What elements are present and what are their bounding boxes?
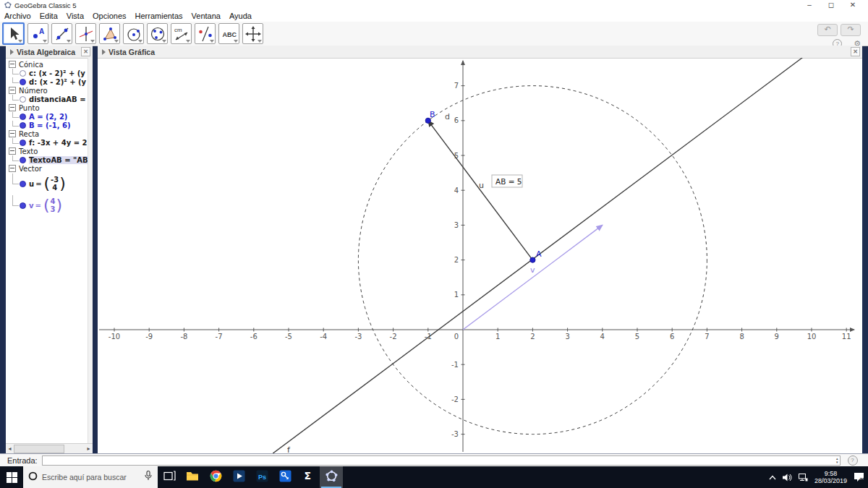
taskbar-app-sigma-app[interactable]: Σ bbox=[297, 466, 320, 488]
vector-u[interactable] bbox=[428, 121, 533, 260]
algebra-group-texto[interactable]: Texto bbox=[6, 147, 93, 155]
algebra-item[interactable]: B = (-1, 6) bbox=[6, 121, 93, 129]
notifications-icon[interactable]: 20 bbox=[854, 472, 865, 482]
tool-dropdown-icon[interactable] bbox=[114, 40, 119, 43]
maximize-button[interactable]: ◻ bbox=[820, 0, 842, 10]
polygon-tool[interactable] bbox=[99, 23, 120, 44]
algebra-group-nu-mero[interactable]: Número bbox=[6, 86, 93, 95]
tool-dropdown-icon[interactable] bbox=[258, 40, 262, 43]
text-tool[interactable]: ABC bbox=[218, 23, 239, 44]
tool-dropdown-icon[interactable] bbox=[210, 40, 214, 43]
visibility-marble[interactable] bbox=[20, 96, 26, 103]
task-view-icon bbox=[163, 471, 176, 484]
menu-item-ayuda[interactable]: Ayuda bbox=[225, 10, 256, 22]
panel-arrow-icon[interactable] bbox=[102, 49, 106, 55]
measure-tool[interactable]: cm bbox=[171, 23, 192, 44]
menu-item-edita[interactable]: Edita bbox=[35, 10, 62, 22]
conic-tool[interactable] bbox=[147, 23, 168, 44]
algebra-item[interactable]: u= ( -34 ) bbox=[6, 173, 93, 194]
taskbar-app-key-app[interactable] bbox=[273, 466, 297, 488]
taskbar-app-task-view[interactable] bbox=[158, 466, 181, 488]
perpendicular-line-tool[interactable] bbox=[75, 23, 96, 44]
collapse-icon[interactable] bbox=[9, 104, 16, 111]
start-button[interactable] bbox=[0, 466, 23, 488]
menu-item-ventana[interactable]: Ventana bbox=[187, 10, 225, 22]
input-help-icon[interactable]: ? bbox=[848, 455, 858, 466]
minimize-button[interactable]: – bbox=[799, 0, 820, 10]
speaker-icon[interactable] bbox=[783, 474, 792, 481]
tool-dropdown-icon[interactable] bbox=[234, 40, 238, 43]
command-input[interactable]: ▴▾ bbox=[42, 455, 841, 466]
menu-item-archivo[interactable]: Archivo bbox=[0, 10, 35, 22]
menu-item-herramientas[interactable]: Herramientas bbox=[131, 10, 187, 22]
point-tool[interactable]: A bbox=[27, 23, 48, 44]
tray-chevron-icon[interactable] bbox=[769, 475, 776, 480]
visibility-marble[interactable] bbox=[20, 79, 26, 85]
network-icon[interactable] bbox=[799, 474, 808, 481]
svg-text:8: 8 bbox=[739, 333, 744, 341]
tool-dropdown-icon[interactable] bbox=[90, 40, 95, 43]
algebra-item[interactable]: distanciaAB = 5 bbox=[6, 95, 93, 103]
input-history-icon[interactable]: ▴▾ bbox=[836, 457, 838, 464]
algebra-group-recta[interactable]: Recta bbox=[6, 129, 93, 138]
scroll-left-icon[interactable]: ◂ bbox=[6, 445, 14, 453]
circle-tool[interactable] bbox=[123, 23, 144, 44]
algebra-vertical-scrollbar[interactable] bbox=[88, 58, 93, 444]
collapse-icon[interactable] bbox=[9, 61, 16, 68]
algebra-item[interactable]: v= ( 43 ) bbox=[6, 194, 93, 216]
algebra-horizontal-scrollbar[interactable]: ◂ ▸ bbox=[6, 443, 93, 453]
collapse-icon[interactable] bbox=[9, 130, 16, 137]
close-button[interactable]: ✕ bbox=[842, 0, 864, 10]
taskbar-app-file-explorer[interactable] bbox=[181, 466, 204, 488]
move-graphics-tool[interactable] bbox=[242, 23, 263, 44]
tool-dropdown-icon[interactable] bbox=[162, 40, 166, 43]
algebra-item[interactable]: c: (x - 2)² + (y - 2)² = 2 bbox=[6, 69, 93, 77]
move-tool[interactable] bbox=[2, 22, 25, 45]
menu-item-vista[interactable]: Vista bbox=[62, 10, 88, 22]
tool-dropdown-icon[interactable] bbox=[43, 40, 47, 43]
tool-dropdown-icon[interactable] bbox=[138, 40, 142, 43]
menu-item-opciones[interactable]: Opciones bbox=[88, 10, 130, 22]
visibility-marble[interactable] bbox=[20, 122, 26, 129]
tool-dropdown-icon[interactable] bbox=[186, 40, 190, 43]
algebra-item[interactable]: TextoAB = "AB = 5" bbox=[6, 155, 93, 164]
visibility-marble[interactable] bbox=[20, 181, 26, 187]
point-A[interactable] bbox=[530, 257, 535, 262]
graphics-close-icon[interactable]: ✕ bbox=[851, 47, 860, 56]
microphone-icon[interactable] bbox=[145, 471, 152, 484]
taskbar-app-geogebra[interactable] bbox=[320, 466, 343, 488]
scrollbar-thumb[interactable] bbox=[14, 445, 64, 453]
vector-v[interactable] bbox=[463, 225, 603, 330]
svg-text:11: 11 bbox=[842, 333, 851, 341]
collapse-icon[interactable] bbox=[9, 147, 16, 155]
taskbar-app-movies-tv[interactable] bbox=[227, 466, 250, 488]
undo-button[interactable]: ↶ bbox=[817, 24, 838, 36]
tool-dropdown-icon[interactable] bbox=[67, 40, 71, 43]
graphics-canvas[interactable]: -10-9-8-7-6-5-4-3-2-11234567891011-3-2-1… bbox=[98, 58, 862, 453]
collapse-icon[interactable] bbox=[9, 87, 16, 94]
tray-clock[interactable]: 9:58 28/03/2019 bbox=[814, 470, 847, 484]
algebra-group-vector[interactable]: Vector bbox=[6, 164, 93, 173]
scroll-right-icon[interactable]: ▸ bbox=[85, 445, 93, 453]
visibility-marble[interactable] bbox=[20, 114, 26, 120]
visibility-marble[interactable] bbox=[20, 140, 26, 146]
visibility-marble[interactable] bbox=[20, 202, 26, 209]
redo-button[interactable]: ↷ bbox=[841, 24, 861, 36]
line-tool[interactable] bbox=[51, 23, 72, 44]
algebra-item[interactable]: A = (2, 2) bbox=[6, 112, 93, 121]
taskbar-app-chrome[interactable] bbox=[204, 466, 227, 488]
panel-arrow-icon[interactable] bbox=[10, 49, 14, 55]
algebra-group-punto[interactable]: Punto bbox=[6, 103, 93, 112]
visibility-marble[interactable] bbox=[20, 157, 26, 163]
algebra-item[interactable]: f: -3x + 4y = 2 bbox=[6, 138, 93, 147]
visibility-marble[interactable] bbox=[20, 70, 26, 77]
tool-dropdown-icon[interactable] bbox=[18, 40, 22, 43]
svg-text:-4: -4 bbox=[320, 333, 327, 341]
taskbar-app-photoshop[interactable]: Ps bbox=[250, 466, 273, 488]
algebra-item[interactable]: d: (x - 2)² + (y - 2)² = 2 bbox=[6, 77, 93, 86]
algebra-group-co-nica[interactable]: Cónica bbox=[6, 60, 93, 69]
reflect-tool[interactable] bbox=[195, 23, 216, 44]
collapse-icon[interactable] bbox=[9, 165, 16, 172]
algebra-close-icon[interactable]: ✕ bbox=[81, 47, 90, 56]
taskbar-search[interactable]: Escribe aquí para buscar bbox=[23, 466, 158, 488]
